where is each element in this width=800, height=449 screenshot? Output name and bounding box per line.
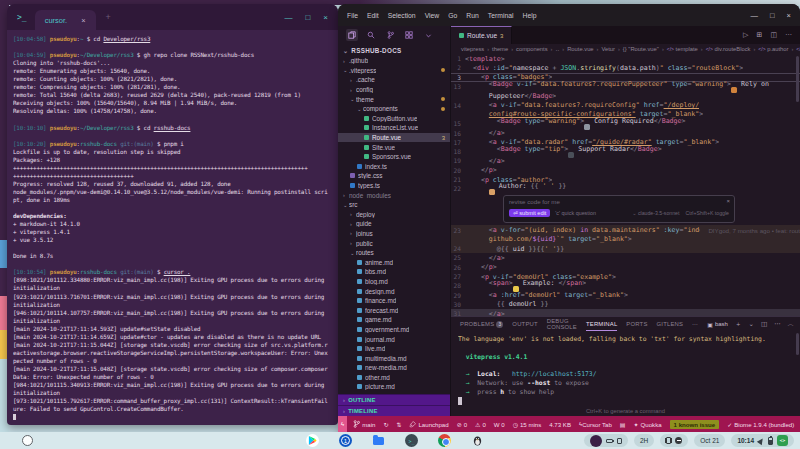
tree-item[interactable]: ›deploy	[338, 210, 450, 220]
chev-icon[interactable]	[422, 29, 434, 41]
terminal-output[interactable]: [10:04:58] pseudoyu:~ $ cd Developer/rss…	[7, 30, 338, 421]
minimize-icon[interactable]: —	[751, 11, 759, 20]
close-icon[interactable]: ×	[323, 13, 328, 22]
tree-item[interactable]: ›public	[338, 238, 450, 248]
submit-edit-button[interactable]: ⏎ submit edit	[509, 209, 550, 217]
section-outline[interactable]: ›OUTLINE	[338, 394, 450, 405]
more-actions-icon[interactable]: ⋯	[774, 320, 781, 328]
shelf-app-terminal[interactable]: >_	[405, 434, 418, 447]
panel-tab-output[interactable]: OUTPUT	[512, 317, 537, 331]
notification-pill[interactable]	[660, 434, 688, 447]
code-line[interactable]: 20 </p>	[451, 166, 800, 175]
breadcrumb-item[interactable]: vitepress	[461, 46, 484, 52]
terminal-new-tab-button[interactable]: +	[106, 12, 111, 22]
code-line[interactable]: 23 <a v-for="(uid, index) in data.mainta…	[451, 225, 800, 234]
shelf-app-chrome[interactable]	[438, 434, 451, 447]
status-item-quokka[interactable]: ✦Quokka	[634, 421, 662, 428]
code-line[interactable]: 13 <Badge v-if="data.features?.requirePu…	[451, 82, 800, 91]
breadcrumb-item[interactable]: ‥	[555, 46, 559, 52]
breadcrumb-item[interactable]: Route.vue	[567, 46, 593, 52]
split-panel-icon[interactable]: ◫	[761, 320, 767, 328]
terminal-profile[interactable]: ▣bash	[707, 321, 728, 328]
dropdown-icon[interactable]: ⌄	[748, 320, 753, 328]
tree-item[interactable]: finance.md	[338, 296, 450, 306]
launcher-button[interactable]	[22, 435, 33, 446]
model-selector[interactable]: ⌄ claude-3.5-sonnet	[632, 210, 679, 216]
tree-item[interactable]: Sponsors.vue	[338, 152, 450, 162]
status-item-main[interactable]: main	[353, 420, 375, 428]
menu-item-file[interactable]: File	[347, 12, 358, 19]
diff-icon[interactable]: ⊞	[757, 31, 763, 39]
status-item[interactable]: ▤	[620, 421, 626, 428]
new-terminal-icon[interactable]: ＋	[735, 320, 742, 329]
status-item-1-known-issue[interactable]: 1 known issue	[670, 420, 720, 429]
menu-item-terminal[interactable]: Terminal	[488, 12, 514, 19]
tree-item[interactable]: ›joinus	[338, 229, 450, 239]
tree-item[interactable]: index.ts	[338, 162, 450, 172]
integrated-terminal[interactable]: The language 'env' is not loaded, fallin…	[451, 331, 800, 416]
tree-item[interactable]: ⌄.vitepress	[338, 66, 450, 76]
code-line[interactable]: github.com/${uid}`" target="_blank">	[451, 235, 800, 244]
tote-pill[interactable]	[584, 434, 628, 447]
tree-item[interactable]: style.css	[338, 171, 450, 181]
close-icon[interactable]: ×	[726, 198, 730, 204]
section-timeline[interactable]: ›TIMELINE	[338, 405, 450, 416]
panel-tab-ports[interactable]: PORTS	[626, 317, 647, 331]
panel-scrollbar[interactable]	[796, 333, 799, 355]
status-item-launchpad[interactable]: Launchpad	[409, 421, 448, 428]
breadcrumb-item[interactable]: </> a	[796, 46, 800, 52]
system-tray[interactable]: 10:14 <>	[731, 434, 794, 447]
tree-item[interactable]: ⌄routes	[338, 248, 450, 258]
tree-item[interactable]: ⌄theme	[338, 94, 450, 104]
tree-item[interactable]: government.md	[338, 325, 450, 335]
tree-item[interactable]: ›guide	[338, 219, 450, 229]
breadcrumb-item[interactable]: </> p.author	[758, 46, 788, 52]
tree-item[interactable]: InstanceList.vue	[338, 123, 450, 133]
status-item-4-73-kb[interactable]: 4.73 KB	[549, 421, 571, 428]
code-line[interactable]: 28 <span>💡 Example: </span>	[451, 281, 800, 290]
code-line[interactable]: 24 @{{ uid }}{{' '}}	[451, 244, 800, 253]
more-actions-icon[interactable]: ⋯	[785, 31, 792, 39]
tree-item[interactable]: new-media.md	[338, 363, 450, 373]
menu-item-edit[interactable]: Edit	[367, 12, 379, 19]
tree-item[interactable]: ›.cache	[338, 75, 450, 85]
shelf-app-one-password[interactable]: 1	[339, 434, 352, 447]
status-item-0[interactable]: ⚠0	[475, 421, 486, 428]
code-line[interactable]: 1<template>	[451, 54, 800, 63]
tree-item[interactable]: other.md	[338, 373, 450, 383]
tree-item[interactable]: multimedia.md	[338, 353, 450, 363]
status-item-w-0[interactable]: W 0	[494, 421, 505, 428]
search-icon[interactable]	[365, 29, 377, 41]
breadcrumb-item[interactable]: theme	[492, 46, 508, 52]
terminal-tab[interactable]: cursor. ×	[35, 10, 96, 30]
ai-prompt-input[interactable]: revise code for me	[509, 198, 560, 205]
status-item[interactable]: ↻	[383, 421, 388, 428]
status-item-15-mins[interactable]: ◷15 mins	[513, 421, 542, 428]
maximize-panel-icon[interactable]: ︿	[788, 320, 795, 329]
tree-item[interactable]: CopyButton.vue	[338, 114, 450, 124]
editor-scrollbar[interactable]	[796, 56, 799, 102]
menu-item-go[interactable]: Go	[448, 12, 457, 19]
close-icon[interactable]: ×	[787, 11, 791, 20]
status-item-biome-1-9-4-bundled-[interactable]: ✓Biome 1.9.4 (bundled)	[727, 421, 794, 428]
panel-tab-⋯[interactable]: ⋯	[692, 317, 698, 331]
tree-item[interactable]: Site.vue	[338, 142, 450, 152]
panel-tab-debug-console[interactable]: DEBUG CONSOLE	[547, 317, 577, 331]
breadcrumb-item[interactable]: components	[516, 46, 548, 52]
menu-item-view[interactable]: View	[425, 12, 440, 19]
terminal-tab-close-icon[interactable]: ×	[81, 16, 85, 25]
files-icon[interactable]	[346, 29, 358, 41]
code-line[interactable]: 15 <Badge type="warning">⚙ Config Requir…	[451, 119, 800, 128]
code-line[interactable]: 29 <a :href="demoUrl" target="_blank">	[451, 291, 800, 300]
tree-item[interactable]: ›node_modules	[338, 190, 450, 200]
code-line[interactable]: 25 </a>	[451, 253, 800, 262]
shelf-app-linux-penguin[interactable]	[471, 434, 484, 447]
blocks-icon[interactable]	[403, 29, 415, 41]
status-item[interactable]: ⇅	[396, 421, 401, 428]
shelf-app-files[interactable]	[372, 434, 385, 447]
menu-item-help[interactable]: Help	[522, 12, 536, 19]
tab-route-vue[interactable]: Route.vue 3	[451, 26, 512, 44]
code-line[interactable]: 31 </a>	[451, 309, 800, 316]
tree-item[interactable]: live.md	[338, 344, 450, 354]
tree-item[interactable]: types.ts	[338, 181, 450, 191]
